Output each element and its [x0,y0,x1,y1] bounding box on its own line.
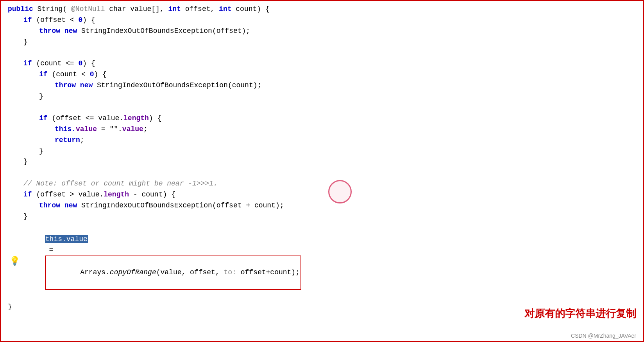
code-line-2: if (offset < 0 ) { [8,15,636,26]
code-line-9: } [8,91,636,102]
this-value-highlighted: this.value [45,235,88,243]
code-line-3: throw new StringIndexOutOfBoundsExceptio… [8,26,636,37]
code-line-20: } [8,211,636,222]
annotation-notnull: @NotNull [71,4,105,15]
code-container: public String( @NotNull char value[], in… [0,0,644,342]
code-line-11: if (offset <= value. length ) { [8,113,636,124]
code-line-15: } [8,157,636,167]
code-line-18: if (offset > value. length - count) { [8,189,636,200]
code-line-16 [8,167,636,178]
code-line-19: throw new StringIndexOutOfBoundsExceptio… [8,200,636,211]
code-line-14: } [8,146,636,157]
code-line-7: if (count < 0 ) { [8,69,636,80]
red-annotation-text: 对原有的字符串进行复制 [524,307,636,320]
code-line-8: throw new StringIndexOutOfBoundsExceptio… [8,80,636,91]
code-line-6: if (count <= 0 ) { [8,58,636,69]
code-line-4: } [8,37,636,48]
code-line-17: // Note: offset or count might be near -… [8,178,636,189]
code-line-13: return ; [8,135,636,146]
lightbulb-icon: 💡 [9,255,20,268]
csdn-watermark: CSDN @MrZhang_JAVAer [571,333,636,339]
code-line-10 [8,102,636,113]
code-line-21: 💡 this.value = Arrays.copyOfRange(value,… [8,223,636,301]
kw-public: public [8,4,33,15]
code-line-5 [8,48,636,59]
code-line-1: public String( @NotNull char value[], in… [8,4,636,15]
arrays-copyofrange-boxed: Arrays.copyOfRange(value, offset, to: of… [45,256,301,290]
code-line-12: this. value = "". value ; [8,124,636,135]
